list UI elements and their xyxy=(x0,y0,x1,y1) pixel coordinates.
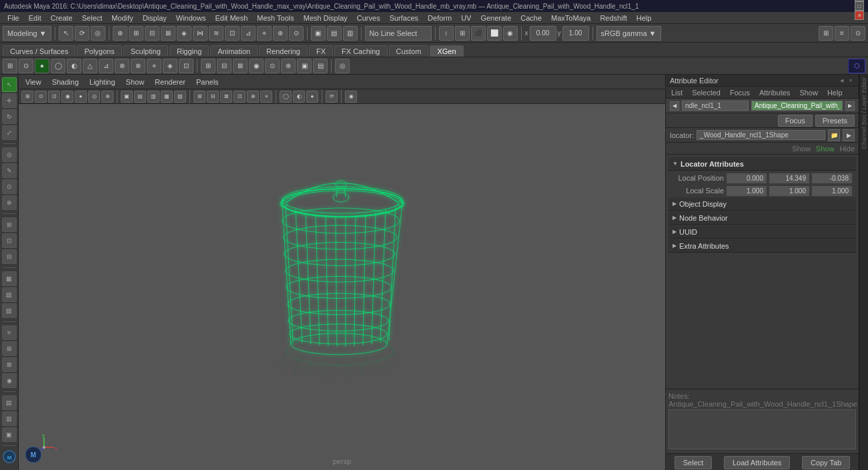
node-next-btn[interactable]: ▶ xyxy=(845,101,855,111)
channel-box-label[interactable]: Channel Box / Layer Editor xyxy=(860,75,868,152)
tb2-btn-14[interactable]: ⊟ xyxy=(217,59,232,73)
tab-animation[interactable]: Animation xyxy=(210,45,258,57)
local-pos-z[interactable] xyxy=(812,173,852,183)
menu-cache[interactable]: Cache xyxy=(516,12,546,23)
menu-curves[interactable]: Curves xyxy=(352,12,385,23)
tb2-btn-4[interactable]: ◯ xyxy=(51,59,65,73)
local-scale-x[interactable] xyxy=(727,186,767,196)
rotate-tool[interactable]: ↻ xyxy=(2,109,17,124)
vp-icon-3[interactable]: ⊡ xyxy=(48,91,60,103)
tool-snap-2[interactable]: ⊞ xyxy=(129,26,143,41)
attr-tab-focus[interactable]: Focus xyxy=(727,89,753,97)
attr-tab-list[interactable]: List xyxy=(669,89,685,97)
xgen-logo-btn[interactable]: ⬡ xyxy=(848,59,865,73)
tb2-btn-16[interactable]: ◉ xyxy=(249,59,264,73)
tool-vis-1[interactable]: ▣ xyxy=(311,26,326,41)
menu-display[interactable]: Display xyxy=(138,12,171,23)
tab-polygons[interactable]: Polygons xyxy=(77,45,121,57)
vp-menu-renderer[interactable]: Renderer xyxy=(152,78,188,86)
tool-snap-3[interactable]: ⊟ xyxy=(145,26,159,41)
tb2-btn-1[interactable]: ⊞ xyxy=(3,59,17,73)
toolbar-right-2[interactable]: ≡ xyxy=(835,26,849,41)
vp-menu-shading[interactable]: Shading xyxy=(49,78,81,86)
tool-extra-2[interactable]: ⊞ xyxy=(455,26,470,41)
vp-icon-16[interactable]: ⊡ xyxy=(234,91,246,103)
lasso-select[interactable]: ⊙ xyxy=(2,179,17,194)
local-scale-z[interactable] xyxy=(812,186,852,196)
tb2-btn-8[interactable]: ⊕ xyxy=(115,59,129,73)
tool-snap-5[interactable]: ◈ xyxy=(177,26,191,41)
menu-edit[interactable]: Edit xyxy=(24,12,46,23)
vp-menu-lighting[interactable]: Lighting xyxy=(87,78,118,86)
vp-icon-2[interactable]: ⊙ xyxy=(35,91,47,103)
tb2-btn-5[interactable]: ◐ xyxy=(67,59,81,73)
tool-vis-3[interactable]: ▥ xyxy=(343,26,358,41)
tb2-btn-11[interactable]: ◈ xyxy=(163,59,177,73)
tool-snap-11[interactable]: ⊕ xyxy=(273,26,288,41)
node-behavior-section[interactable]: ▶ Node Behavior xyxy=(669,211,856,225)
menu-mesh-display[interactable]: Mesh Display xyxy=(299,12,352,23)
tool-snap-9[interactable]: ⊿ xyxy=(241,26,256,41)
vp-menu-panels[interactable]: Panels xyxy=(193,78,222,86)
local-pos-x[interactable] xyxy=(727,173,767,183)
colorspace-dropdown[interactable]: sRGB gamma ▼ xyxy=(596,26,661,41)
tool-snap-7[interactable]: ≋ xyxy=(209,26,224,41)
display-layer[interactable]: ▦ xyxy=(2,271,17,286)
load-attributes-button[interactable]: Load Attributes xyxy=(724,456,790,469)
menu-uv[interactable]: UV xyxy=(456,12,476,23)
show-manip[interactable]: ⊞ xyxy=(2,217,17,232)
menu-help[interactable]: Help xyxy=(632,12,657,23)
attr-float-btn[interactable]: ◀ xyxy=(837,77,845,85)
vp-icon-6[interactable]: ◎ xyxy=(88,91,100,103)
tool-snap-4[interactable]: ⊠ xyxy=(161,26,175,41)
tool-btn-2[interactable]: ⟳ xyxy=(75,26,89,41)
tb2-btn-13[interactable]: ⊞ xyxy=(201,59,215,73)
tool-btn-1[interactable]: ↖ xyxy=(59,26,73,41)
focus-button[interactable]: Focus xyxy=(778,115,813,127)
tb2-btn-3[interactable]: ● xyxy=(35,59,49,73)
tb2-btn-12[interactable]: ⊡ xyxy=(179,59,193,73)
tab-curves-surfaces[interactable]: Curves / Surfaces xyxy=(3,45,75,57)
tool-settings[interactable]: ⊟ xyxy=(2,249,17,264)
tb2-btn-7[interactable]: ⊿ xyxy=(99,59,113,73)
vp-icon-12[interactable]: ▧ xyxy=(174,91,186,103)
tb2-btn-20[interactable]: ▤ xyxy=(313,59,328,73)
anim-layer[interactable]: ▨ xyxy=(2,303,17,318)
render-layer[interactable]: ▧ xyxy=(2,287,17,302)
hide-value[interactable]: Hide xyxy=(839,145,855,153)
menu-surfaces[interactable]: Surfaces xyxy=(385,12,423,23)
tool-vis-2[interactable]: ▤ xyxy=(327,26,342,41)
vp-icon-15[interactable]: ⊠ xyxy=(220,91,232,103)
pos-x-field[interactable]: 0.00 xyxy=(530,26,556,41)
vp-icon-14[interactable]: ⊟ xyxy=(207,91,219,103)
vp-icon-21[interactable]: ● xyxy=(306,91,318,103)
attr-tab-help[interactable]: Help xyxy=(825,89,845,97)
local-pos-y[interactable] xyxy=(769,173,809,183)
locator-value-field[interactable] xyxy=(697,130,825,140)
menu-select[interactable]: Select xyxy=(77,12,107,23)
render-btn-2[interactable]: ⬜ xyxy=(487,26,502,41)
attr-close-btn[interactable]: ✕ xyxy=(847,77,855,85)
locator-folder-btn[interactable]: 📁 xyxy=(828,129,840,141)
menu-mesh-tools[interactable]: Mesh Tools xyxy=(252,12,298,23)
workspace-dropdown[interactable]: Modeling ▼ xyxy=(3,26,51,41)
tab-rendering[interactable]: Rendering xyxy=(259,45,308,57)
notes-textarea[interactable] xyxy=(669,409,856,449)
vp-icon-20[interactable]: ◐ xyxy=(293,91,305,103)
vp-icon-10[interactable]: ▥ xyxy=(147,91,159,103)
left-btn-misc1[interactable]: ≡ xyxy=(2,325,17,340)
tb2-btn-18[interactable]: ⊕ xyxy=(281,59,296,73)
tab-xgen[interactable]: XGen xyxy=(430,45,463,57)
select-tool[interactable]: ↖ xyxy=(2,77,17,92)
tb2-btn-9[interactable]: ⊗ xyxy=(131,59,145,73)
vp-icon-7[interactable]: ⊕ xyxy=(101,91,113,103)
vp-icon-9[interactable]: ▤ xyxy=(134,91,146,103)
copy-tab-button[interactable]: Copy Tab xyxy=(802,456,850,469)
local-scale-y[interactable] xyxy=(769,186,809,196)
render-btn-1[interactable]: ⬛ xyxy=(471,26,486,41)
menu-create[interactable]: Create xyxy=(46,12,77,23)
presets-button[interactable]: Presets xyxy=(815,115,855,127)
tb2-btn-10[interactable]: ⋄ xyxy=(147,59,161,73)
vp-menu-show[interactable]: Show xyxy=(123,78,147,86)
tool-snap-12[interactable]: ⊙ xyxy=(289,26,304,41)
